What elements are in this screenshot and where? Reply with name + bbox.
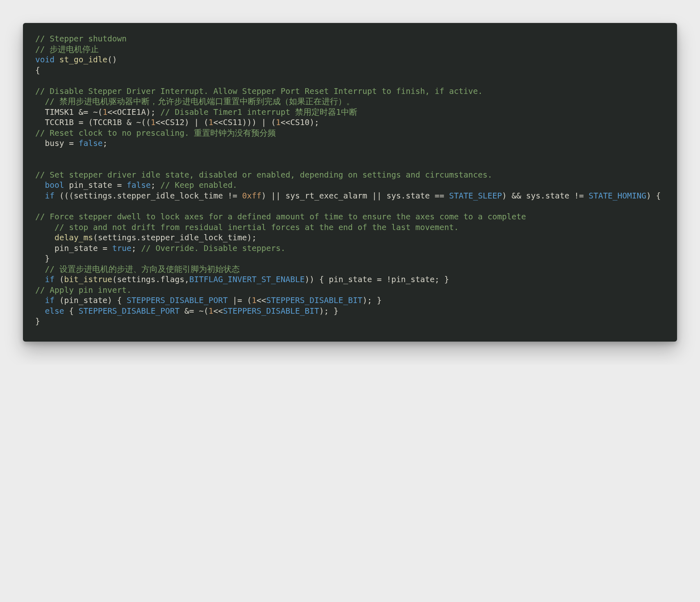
- func-name: st_go_idle: [55, 55, 107, 64]
- func-delay-ms: delay_ms: [55, 233, 93, 242]
- macro-disable-bit: STEPPERS_DISABLE_BIT: [223, 306, 319, 316]
- code-text: ;: [132, 244, 141, 253]
- code-text: [35, 306, 45, 316]
- macro-disable-bit: STEPPERS_DISABLE_BIT: [266, 296, 363, 305]
- code-text: pin_state =: [64, 180, 127, 190]
- number-literal: 1: [276, 118, 281, 127]
- code-text: (settings.flags,: [112, 275, 189, 284]
- code-text: [35, 191, 45, 201]
- comment-line: // Disable Stepper Driver Interrupt. All…: [35, 87, 483, 96]
- keyword-void: void: [35, 55, 55, 64]
- macro-bitflag: BITFLAG_INVERT_ST_ENABLE: [189, 275, 305, 284]
- code-text: {: [64, 306, 78, 316]
- brace-open: {: [35, 66, 40, 75]
- comment-line: // Apply pin invert.: [35, 285, 132, 295]
- code-text: <<: [257, 296, 266, 305]
- bool-false: false: [127, 180, 151, 190]
- code-text: <<CS11))) | (: [213, 118, 276, 127]
- comment-line: // 步进电机停止: [35, 45, 99, 54]
- code-text: <<CS12) | (: [156, 118, 209, 127]
- comment-inline: // Keep enabled.: [160, 180, 237, 190]
- bool-false: false: [79, 139, 103, 148]
- code-text: ) || sys_rt_exec_alarm || sys.state ==: [261, 191, 449, 201]
- code-text: busy =: [35, 139, 79, 148]
- keyword-if: if: [45, 275, 54, 284]
- number-literal: 1: [209, 306, 214, 316]
- comment-line: // 禁用步进电机驱动器中断，允许步进电机端口重置中断到完成（如果正在进行）。: [35, 97, 355, 106]
- number-literal: 1: [209, 118, 214, 127]
- macro-disable-port: STEPPERS_DISABLE_PORT: [79, 306, 180, 316]
- code-text: |= (: [228, 296, 252, 305]
- macro-state-sleep: STATE_SLEEP: [449, 191, 502, 201]
- bool-true: true: [112, 244, 132, 253]
- keyword-if: if: [45, 191, 54, 201]
- comment-line: // stop and not drift from residual iner…: [35, 223, 459, 232]
- code-text: TIMSK1 &= ~(: [35, 107, 102, 117]
- number-literal: 1: [102, 107, 107, 117]
- comment-line: // Set stepper driver idle state, disabl…: [35, 170, 492, 180]
- code-text: )) { pin_state = !pin_state; }: [305, 275, 449, 284]
- keyword-else: else: [45, 306, 64, 316]
- code-text: <<CS10);: [281, 118, 319, 127]
- code-text: pin_state =: [35, 244, 112, 253]
- code-text: [35, 180, 45, 190]
- macro-state-homing: STATE_HOMING: [589, 191, 646, 201]
- page: // Stepper shutdown // 步进电机停止 void st_go…: [0, 0, 700, 365]
- hex-literal: 0xff: [242, 191, 261, 201]
- code-text: (: [55, 275, 64, 284]
- code-text: ); }: [362, 296, 382, 305]
- comment-line: // Force stepper dwell to lock axes for …: [35, 212, 526, 221]
- code-text: [35, 233, 55, 242]
- code-text: ) && sys.state !=: [502, 191, 589, 201]
- code-text: ) {: [646, 191, 661, 201]
- code-text: TCCR1B = (TCCR1B & ~((: [35, 118, 151, 127]
- code-text: (): [107, 55, 117, 64]
- func-bit-istrue: bit_istrue: [64, 275, 112, 284]
- comment-line: // Stepper shutdown: [35, 34, 127, 43]
- comment-line: // 设置步进电机的步进、方向及使能引脚为初始状态: [35, 265, 240, 274]
- code-block: // Stepper shutdown // 步进电机停止 void st_go…: [35, 34, 665, 327]
- code-card: // Stepper shutdown // 步进电机停止 void st_go…: [23, 23, 677, 342]
- keyword-bool: bool: [45, 180, 64, 190]
- number-literal: 1: [151, 118, 156, 127]
- code-text: <<OCIE1A);: [107, 107, 160, 117]
- code-text: (pin_state) {: [55, 296, 127, 305]
- brace-close: }: [35, 317, 40, 326]
- code-text: ;: [102, 139, 107, 148]
- code-text: (settings.stepper_idle_lock_time);: [93, 233, 257, 242]
- code-text: ;: [151, 180, 160, 190]
- code-text: (((settings.stepper_idle_lock_time !=: [55, 191, 242, 201]
- code-text: [35, 296, 45, 305]
- macro-disable-port: STEPPERS_DISABLE_PORT: [127, 296, 228, 305]
- code-text: ); }: [319, 306, 339, 316]
- code-text: <<: [213, 306, 223, 316]
- comment-inline: // Override. Disable steppers.: [141, 244, 285, 253]
- keyword-if: if: [45, 296, 54, 305]
- comment-inline: // Disable Timer1 interrupt 禁用定时器1中断: [160, 107, 357, 117]
- code-text: [35, 275, 45, 284]
- brace-close: }: [35, 254, 50, 263]
- code-text: &= ~(: [180, 306, 208, 316]
- number-literal: 1: [252, 296, 257, 305]
- comment-line: // Reset clock to no prescaling. 重置时钟为没有…: [35, 128, 276, 138]
